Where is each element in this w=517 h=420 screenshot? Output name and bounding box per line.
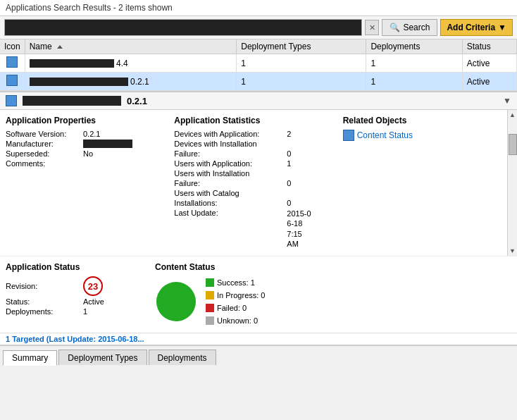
collapse-button[interactable]: ▼ [503, 96, 511, 106]
table-row[interactable]: 0.2.1 1 1 Active [0, 73, 517, 91]
users-install-label: Users with Installation [174, 169, 287, 178]
comments-label: Comments: [6, 159, 83, 168]
detail-header-redacted [23, 96, 121, 106]
row2-deployments: 1 [366, 73, 462, 91]
stat-installations: Installations: 0 [174, 199, 334, 207]
scroll-up-arrow[interactable]: ▲ [508, 110, 517, 120]
superseded-label: Superseded: [6, 149, 83, 158]
row1-icon-cell [0, 54, 25, 73]
superseded-value: No [83, 149, 93, 158]
prop-manufacturer: Manufacturer: [6, 140, 166, 148]
devices-app-value: 2 [287, 130, 291, 138]
legend-success-label: Success: 1 [217, 276, 255, 289]
search-bar: ✕ 🔍 Search Add Criteria ▼ [0, 16, 517, 39]
table-header-row: Icon Name Deployment Types Deployments S… [0, 39, 517, 54]
installations-value: 0 [287, 199, 291, 207]
row2-status: Active [462, 73, 516, 91]
app-icon-2 [6, 75, 18, 86]
row2-name-redacted [30, 78, 128, 86]
detail-panel: 0.2.1 ▼ Application Properties Software … [0, 92, 517, 345]
search-button-label: Search [403, 23, 430, 32]
table-area: Icon Name Deployment Types Deployments S… [0, 39, 517, 92]
content-status-link[interactable]: Content Status [343, 130, 503, 141]
prop-comments: Comments: [6, 159, 166, 168]
search-button[interactable]: 🔍 Search [382, 19, 437, 36]
add-criteria-label: Add Criteria [447, 23, 495, 32]
add-criteria-dropdown-icon: ▼ [498, 23, 506, 32]
results-table: Icon Name Deployment Types Deployments S… [0, 39, 517, 91]
tab-summary-label: Summary [12, 353, 48, 363]
stat-devices-app: Devices with Application: 2 [174, 130, 334, 138]
stat-users-install: Users with Installation [174, 169, 334, 178]
col-deployment-types[interactable]: Deployment Types [237, 39, 366, 54]
app-status-status: Status: Active [6, 297, 147, 306]
content-status-label: Content Status [357, 130, 413, 140]
related-objects-column: Related Objects Content Status [343, 116, 503, 250]
table-row[interactable]: 4.4 1 1 Active [0, 54, 517, 73]
tab-deployment-types-label: Deployment Types [68, 353, 137, 363]
pie-chart [155, 280, 197, 323]
stat-last-update: Last Update: 2015-06-187:15AM [174, 209, 334, 249]
app-status-column: Application Status Revision: 23 Status: … [6, 262, 147, 327]
row2-deployment-types: 1 [237, 73, 366, 91]
pie-chart-container: Success: 1 In Progress: 0 Failed: 0 Unkn… [155, 276, 503, 327]
devices-app-label: Devices with Application: [174, 130, 287, 138]
legend-failed-dot [206, 304, 214, 312]
title-bar: Applications Search Results - 2 items sh… [0, 0, 517, 16]
software-version-value: 0.2.1 [83, 130, 100, 138]
sort-arrow-icon [57, 45, 63, 49]
legend-success: Success: 1 [206, 276, 265, 289]
users-catalog-label: Users with Catalog [174, 189, 287, 197]
search-redacted [5, 20, 361, 35]
prop-software-version: Software Version: 0.2.1 [6, 130, 166, 138]
content-status-column: Content Status Success: 1 In Progress: 0 [155, 262, 503, 327]
legend-unknown-label: Unknown: 0 [217, 314, 258, 327]
legend-in-progress-dot [206, 291, 214, 299]
app-status-deployments: Deployments: 1 [6, 307, 147, 316]
row2-icon-cell [0, 73, 25, 91]
stat-users-app: Users with Application: 1 [174, 159, 334, 168]
row1-name-cell: 4.4 [25, 54, 237, 73]
app-properties-title: Application Properties [6, 116, 166, 125]
devices-install-label: Devices with Installation [174, 140, 287, 148]
col-name[interactable]: Name [25, 39, 237, 54]
app-status-revision: Revision: 23 [6, 276, 147, 296]
search-input-wrapper [4, 19, 362, 36]
app-properties-column: Application Properties Software Version:… [6, 116, 166, 250]
bottom-tabs: Summary Deployment Types Deployments [0, 345, 517, 365]
add-criteria-button[interactable]: Add Criteria ▼ [440, 19, 513, 36]
legend-failed: Failed: 0 [206, 302, 265, 314]
failure2-value: 0 [287, 179, 291, 187]
app-statistics-column: Application Statistics Devices with Appl… [174, 116, 334, 250]
users-app-value: 1 [287, 159, 291, 168]
row2-version: 0.2.1 [130, 77, 149, 87]
legend-success-dot [206, 278, 214, 287]
legend-in-progress: In Progress: 0 [206, 289, 265, 302]
scroll-down-arrow[interactable]: ▼ [508, 246, 517, 256]
status-label: Status: [6, 297, 83, 306]
tab-summary[interactable]: Summary [3, 350, 57, 366]
failure1-label: Failure: [174, 149, 287, 158]
stat-users-catalog: Users with Catalog [174, 189, 334, 197]
clear-button[interactable]: ✕ [365, 20, 379, 35]
row1-name-redacted [30, 59, 114, 68]
row1-version: 4.4 [116, 58, 128, 68]
tab-deployment-types[interactable]: Deployment Types [58, 350, 147, 365]
prop-superseded: Superseded: No [6, 149, 166, 158]
deployments-value: 1 [83, 307, 87, 316]
col-deployments[interactable]: Deployments [366, 39, 462, 54]
col-status[interactable]: Status [462, 39, 516, 54]
tab-deployments[interactable]: Deployments [149, 350, 216, 365]
manufacturer-label: Manufacturer: [6, 140, 83, 148]
legend-unknown-dot [206, 316, 214, 325]
installations-label: Installations: [174, 199, 287, 207]
detail-header-version: 0.2.1 [127, 96, 147, 106]
users-app-label: Users with Application: [174, 159, 287, 168]
row2-name-cell: 0.2.1 [25, 73, 237, 91]
detail-scrollbar[interactable]: ▲ ▼ [507, 110, 517, 256]
bottom-section: Application Status Revision: 23 Status: … [0, 256, 517, 333]
scroll-thumb[interactable] [509, 134, 517, 155]
detail-header: 0.2.1 ▼ [0, 92, 517, 110]
legend-failed-label: Failed: 0 [217, 302, 247, 314]
title-text: Applications Search Results - 2 items sh… [6, 3, 173, 13]
